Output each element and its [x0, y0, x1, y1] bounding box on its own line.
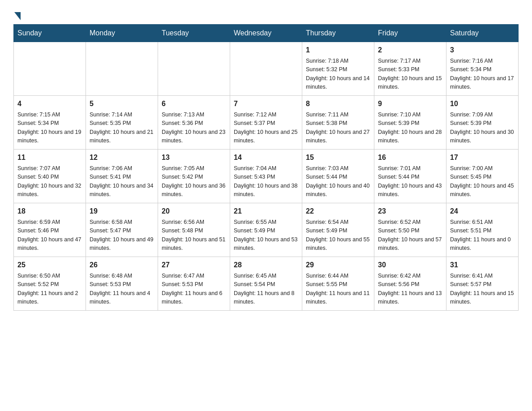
day-info: Sunrise: 7:04 AMSunset: 5:43 PMDaylight:…	[234, 164, 298, 199]
day-info: Sunrise: 7:03 AMSunset: 5:44 PMDaylight:…	[306, 164, 370, 199]
calendar-cell: 8Sunrise: 7:11 AMSunset: 5:38 PMDaylight…	[302, 96, 374, 150]
calendar-cell: 7Sunrise: 7:12 AMSunset: 5:37 PMDaylight…	[230, 96, 302, 150]
day-number: 12	[90, 152, 154, 163]
day-number: 7	[234, 98, 298, 109]
day-number: 5	[90, 98, 154, 109]
calendar-cell: 30Sunrise: 6:42 AMSunset: 5:56 PMDayligh…	[374, 257, 446, 311]
day-number: 4	[17, 98, 82, 109]
week-row-5: 25Sunrise: 6:50 AMSunset: 5:52 PMDayligh…	[14, 257, 519, 311]
calendar-cell: 25Sunrise: 6:50 AMSunset: 5:52 PMDayligh…	[14, 257, 86, 311]
day-number: 30	[378, 260, 442, 270]
day-number: 16	[378, 152, 442, 163]
calendar-cell	[14, 42, 86, 96]
day-info: Sunrise: 7:15 AMSunset: 5:34 PMDaylight:…	[17, 111, 82, 146]
calendar-cell: 22Sunrise: 6:54 AMSunset: 5:49 PMDayligh…	[302, 203, 374, 257]
day-info: Sunrise: 7:11 AMSunset: 5:38 PMDaylight:…	[306, 111, 370, 146]
day-number: 11	[17, 152, 82, 163]
day-number: 21	[234, 206, 298, 217]
week-row-4: 18Sunrise: 6:59 AMSunset: 5:46 PMDayligh…	[14, 203, 519, 257]
calendar-cell: 26Sunrise: 6:48 AMSunset: 5:53 PMDayligh…	[86, 257, 158, 311]
day-number: 28	[234, 260, 298, 270]
day-info: Sunrise: 6:54 AMSunset: 5:49 PMDaylight:…	[306, 218, 370, 253]
day-info: Sunrise: 7:10 AMSunset: 5:39 PMDaylight:…	[378, 111, 442, 146]
calendar-cell	[86, 42, 158, 96]
day-info: Sunrise: 6:55 AMSunset: 5:49 PMDaylight:…	[234, 218, 298, 253]
week-row-1: 1Sunrise: 7:18 AMSunset: 5:32 PMDaylight…	[14, 42, 519, 96]
calendar-cell: 16Sunrise: 7:01 AMSunset: 5:44 PMDayligh…	[374, 150, 446, 203]
day-number: 19	[90, 206, 154, 217]
day-number: 17	[450, 152, 515, 163]
week-row-2: 4Sunrise: 7:15 AMSunset: 5:34 PMDaylight…	[14, 96, 519, 150]
calendar-cell: 3Sunrise: 7:16 AMSunset: 5:34 PMDaylight…	[446, 42, 519, 96]
header-friday: Friday	[374, 25, 446, 42]
day-number: 14	[234, 152, 298, 163]
calendar-cell	[158, 42, 230, 96]
day-number: 20	[162, 206, 226, 217]
header-tuesday: Tuesday	[158, 25, 230, 42]
day-info: Sunrise: 6:45 AMSunset: 5:54 PMDaylight:…	[234, 272, 298, 307]
day-number: 22	[306, 206, 370, 217]
calendar-cell: 4Sunrise: 7:15 AMSunset: 5:34 PMDaylight…	[14, 96, 86, 150]
calendar-cell: 13Sunrise: 7:05 AMSunset: 5:42 PMDayligh…	[158, 150, 230, 203]
calendar-header-row: SundayMondayTuesdayWednesdayThursdayFrid…	[14, 25, 519, 42]
day-info: Sunrise: 7:12 AMSunset: 5:37 PMDaylight:…	[234, 111, 298, 146]
day-info: Sunrise: 6:42 AMSunset: 5:56 PMDaylight:…	[378, 272, 442, 307]
logo	[13, 9, 21, 20]
calendar-cell: 23Sunrise: 6:52 AMSunset: 5:50 PMDayligh…	[374, 203, 446, 257]
header-thursday: Thursday	[302, 25, 374, 42]
day-number: 6	[162, 98, 226, 109]
day-number: 9	[378, 98, 442, 109]
day-number: 8	[306, 98, 370, 109]
calendar-cell: 11Sunrise: 7:07 AMSunset: 5:40 PMDayligh…	[14, 150, 86, 203]
day-info: Sunrise: 7:14 AMSunset: 5:35 PMDaylight:…	[90, 111, 154, 146]
header-wednesday: Wednesday	[230, 25, 302, 42]
day-number: 10	[450, 98, 515, 109]
day-info: Sunrise: 7:13 AMSunset: 5:36 PMDaylight:…	[162, 111, 226, 146]
day-number: 15	[306, 152, 370, 163]
calendar-cell: 31Sunrise: 6:41 AMSunset: 5:57 PMDayligh…	[446, 257, 519, 311]
day-info: Sunrise: 7:00 AMSunset: 5:45 PMDaylight:…	[450, 164, 515, 199]
day-number: 31	[450, 260, 515, 270]
calendar-cell: 24Sunrise: 6:51 AMSunset: 5:51 PMDayligh…	[446, 203, 519, 257]
calendar-cell: 5Sunrise: 7:14 AMSunset: 5:35 PMDaylight…	[86, 96, 158, 150]
calendar-cell: 2Sunrise: 7:17 AMSunset: 5:33 PMDaylight…	[374, 42, 446, 96]
day-info: Sunrise: 7:16 AMSunset: 5:34 PMDaylight:…	[450, 57, 515, 92]
day-number: 13	[162, 152, 226, 163]
calendar-cell: 17Sunrise: 7:00 AMSunset: 5:45 PMDayligh…	[446, 150, 519, 203]
week-row-3: 11Sunrise: 7:07 AMSunset: 5:40 PMDayligh…	[14, 150, 519, 203]
day-info: Sunrise: 6:51 AMSunset: 5:51 PMDaylight:…	[450, 218, 515, 253]
day-info: Sunrise: 7:05 AMSunset: 5:42 PMDaylight:…	[162, 164, 226, 199]
day-info: Sunrise: 7:06 AMSunset: 5:41 PMDaylight:…	[90, 164, 154, 199]
header-saturday: Saturday	[446, 25, 519, 42]
day-number: 24	[450, 206, 515, 217]
calendar-cell	[230, 42, 302, 96]
day-number: 2	[378, 45, 442, 56]
day-info: Sunrise: 7:18 AMSunset: 5:32 PMDaylight:…	[306, 57, 370, 92]
day-number: 1	[306, 45, 370, 56]
calendar-table: SundayMondayTuesdayWednesdayThursdayFrid…	[13, 24, 519, 311]
day-info: Sunrise: 6:50 AMSunset: 5:52 PMDaylight:…	[17, 272, 82, 307]
day-info: Sunrise: 6:56 AMSunset: 5:48 PMDaylight:…	[162, 218, 226, 253]
day-info: Sunrise: 6:58 AMSunset: 5:47 PMDaylight:…	[90, 218, 154, 253]
calendar-cell: 21Sunrise: 6:55 AMSunset: 5:49 PMDayligh…	[230, 203, 302, 257]
day-number: 23	[378, 206, 442, 217]
header-sunday: Sunday	[14, 25, 86, 42]
day-info: Sunrise: 6:52 AMSunset: 5:50 PMDaylight:…	[378, 218, 442, 253]
day-number: 18	[17, 206, 82, 217]
header-monday: Monday	[86, 25, 158, 42]
day-info: Sunrise: 6:41 AMSunset: 5:57 PMDaylight:…	[450, 272, 515, 307]
calendar-cell: 6Sunrise: 7:13 AMSunset: 5:36 PMDaylight…	[158, 96, 230, 150]
calendar-cell: 9Sunrise: 7:10 AMSunset: 5:39 PMDaylight…	[374, 96, 446, 150]
day-number: 27	[162, 260, 226, 270]
day-info: Sunrise: 6:44 AMSunset: 5:55 PMDaylight:…	[306, 272, 370, 307]
calendar-cell: 1Sunrise: 7:18 AMSunset: 5:32 PMDaylight…	[302, 42, 374, 96]
calendar-cell: 18Sunrise: 6:59 AMSunset: 5:46 PMDayligh…	[14, 203, 86, 257]
calendar-cell: 28Sunrise: 6:45 AMSunset: 5:54 PMDayligh…	[230, 257, 302, 311]
day-info: Sunrise: 6:48 AMSunset: 5:53 PMDaylight:…	[90, 272, 154, 307]
day-number: 3	[450, 45, 515, 56]
day-info: Sunrise: 7:17 AMSunset: 5:33 PMDaylight:…	[378, 57, 442, 92]
page-header	[13, 9, 519, 20]
day-info: Sunrise: 7:01 AMSunset: 5:44 PMDaylight:…	[378, 164, 442, 199]
calendar-cell: 29Sunrise: 6:44 AMSunset: 5:55 PMDayligh…	[302, 257, 374, 311]
day-info: Sunrise: 6:59 AMSunset: 5:46 PMDaylight:…	[17, 218, 82, 253]
